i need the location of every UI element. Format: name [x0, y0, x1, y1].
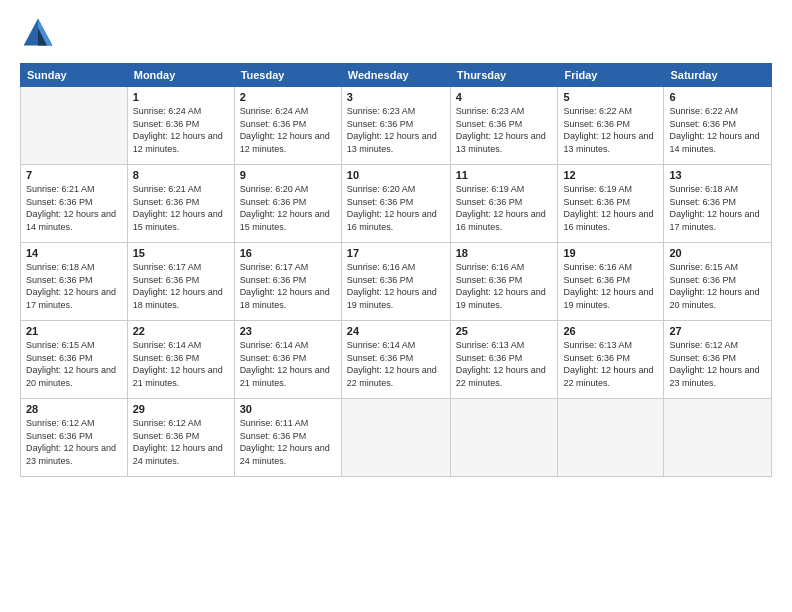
day-info: Sunrise: 6:16 AMSunset: 6:36 PMDaylight:… [347, 261, 445, 311]
day-number: 9 [240, 169, 336, 181]
day-number: 12 [563, 169, 658, 181]
day-number: 6 [669, 91, 766, 103]
logo-icon [20, 15, 56, 51]
day-info: Sunrise: 6:20 AMSunset: 6:36 PMDaylight:… [347, 183, 445, 233]
calendar-cell: 30Sunrise: 6:11 AMSunset: 6:36 PMDayligh… [234, 399, 341, 477]
day-info: Sunrise: 6:23 AMSunset: 6:36 PMDaylight:… [456, 105, 553, 155]
calendar-header-wednesday: Wednesday [341, 64, 450, 87]
day-info: Sunrise: 6:17 AMSunset: 6:36 PMDaylight:… [240, 261, 336, 311]
day-info: Sunrise: 6:22 AMSunset: 6:36 PMDaylight:… [669, 105, 766, 155]
calendar-header-tuesday: Tuesday [234, 64, 341, 87]
day-info: Sunrise: 6:19 AMSunset: 6:36 PMDaylight:… [563, 183, 658, 233]
day-number: 17 [347, 247, 445, 259]
day-info: Sunrise: 6:20 AMSunset: 6:36 PMDaylight:… [240, 183, 336, 233]
calendar-header-friday: Friday [558, 64, 664, 87]
day-number: 20 [669, 247, 766, 259]
calendar-cell: 10Sunrise: 6:20 AMSunset: 6:36 PMDayligh… [341, 165, 450, 243]
day-info: Sunrise: 6:11 AMSunset: 6:36 PMDaylight:… [240, 417, 336, 467]
calendar-week-row: 28Sunrise: 6:12 AMSunset: 6:36 PMDayligh… [21, 399, 772, 477]
calendar-cell [450, 399, 558, 477]
day-number: 29 [133, 403, 229, 415]
calendar-cell: 7Sunrise: 6:21 AMSunset: 6:36 PMDaylight… [21, 165, 128, 243]
calendar-cell: 6Sunrise: 6:22 AMSunset: 6:36 PMDaylight… [664, 87, 772, 165]
day-number: 15 [133, 247, 229, 259]
day-number: 5 [563, 91, 658, 103]
calendar-cell: 17Sunrise: 6:16 AMSunset: 6:36 PMDayligh… [341, 243, 450, 321]
calendar-cell: 15Sunrise: 6:17 AMSunset: 6:36 PMDayligh… [127, 243, 234, 321]
calendar-cell: 24Sunrise: 6:14 AMSunset: 6:36 PMDayligh… [341, 321, 450, 399]
day-info: Sunrise: 6:15 AMSunset: 6:36 PMDaylight:… [26, 339, 122, 389]
day-info: Sunrise: 6:14 AMSunset: 6:36 PMDaylight:… [347, 339, 445, 389]
day-info: Sunrise: 6:24 AMSunset: 6:36 PMDaylight:… [240, 105, 336, 155]
calendar-header-saturday: Saturday [664, 64, 772, 87]
calendar-header-monday: Monday [127, 64, 234, 87]
day-number: 23 [240, 325, 336, 337]
calendar-cell [558, 399, 664, 477]
calendar-cell: 29Sunrise: 6:12 AMSunset: 6:36 PMDayligh… [127, 399, 234, 477]
day-number: 14 [26, 247, 122, 259]
calendar-cell: 20Sunrise: 6:15 AMSunset: 6:36 PMDayligh… [664, 243, 772, 321]
day-number: 1 [133, 91, 229, 103]
day-info: Sunrise: 6:14 AMSunset: 6:36 PMDaylight:… [133, 339, 229, 389]
calendar-cell: 9Sunrise: 6:20 AMSunset: 6:36 PMDaylight… [234, 165, 341, 243]
day-info: Sunrise: 6:16 AMSunset: 6:36 PMDaylight:… [563, 261, 658, 311]
day-number: 26 [563, 325, 658, 337]
day-info: Sunrise: 6:17 AMSunset: 6:36 PMDaylight:… [133, 261, 229, 311]
day-info: Sunrise: 6:15 AMSunset: 6:36 PMDaylight:… [669, 261, 766, 311]
calendar-week-row: 1Sunrise: 6:24 AMSunset: 6:36 PMDaylight… [21, 87, 772, 165]
calendar-cell: 12Sunrise: 6:19 AMSunset: 6:36 PMDayligh… [558, 165, 664, 243]
day-info: Sunrise: 6:12 AMSunset: 6:36 PMDaylight:… [26, 417, 122, 467]
calendar-cell: 22Sunrise: 6:14 AMSunset: 6:36 PMDayligh… [127, 321, 234, 399]
calendar-cell: 25Sunrise: 6:13 AMSunset: 6:36 PMDayligh… [450, 321, 558, 399]
day-number: 11 [456, 169, 553, 181]
calendar-cell: 14Sunrise: 6:18 AMSunset: 6:36 PMDayligh… [21, 243, 128, 321]
day-number: 10 [347, 169, 445, 181]
day-number: 28 [26, 403, 122, 415]
day-info: Sunrise: 6:23 AMSunset: 6:36 PMDaylight:… [347, 105, 445, 155]
calendar-cell: 27Sunrise: 6:12 AMSunset: 6:36 PMDayligh… [664, 321, 772, 399]
day-number: 7 [26, 169, 122, 181]
calendar-cell: 28Sunrise: 6:12 AMSunset: 6:36 PMDayligh… [21, 399, 128, 477]
day-info: Sunrise: 6:16 AMSunset: 6:36 PMDaylight:… [456, 261, 553, 311]
day-info: Sunrise: 6:14 AMSunset: 6:36 PMDaylight:… [240, 339, 336, 389]
calendar-cell: 5Sunrise: 6:22 AMSunset: 6:36 PMDaylight… [558, 87, 664, 165]
day-number: 22 [133, 325, 229, 337]
calendar-header-thursday: Thursday [450, 64, 558, 87]
calendar-cell: 26Sunrise: 6:13 AMSunset: 6:36 PMDayligh… [558, 321, 664, 399]
calendar-cell: 4Sunrise: 6:23 AMSunset: 6:36 PMDaylight… [450, 87, 558, 165]
calendar-header-sunday: Sunday [21, 64, 128, 87]
day-info: Sunrise: 6:24 AMSunset: 6:36 PMDaylight:… [133, 105, 229, 155]
calendar-cell: 23Sunrise: 6:14 AMSunset: 6:36 PMDayligh… [234, 321, 341, 399]
calendar-cell: 18Sunrise: 6:16 AMSunset: 6:36 PMDayligh… [450, 243, 558, 321]
calendar-cell: 1Sunrise: 6:24 AMSunset: 6:36 PMDaylight… [127, 87, 234, 165]
logo [20, 15, 60, 51]
header [20, 15, 772, 51]
day-number: 4 [456, 91, 553, 103]
page: SundayMondayTuesdayWednesdayThursdayFrid… [0, 0, 792, 612]
calendar-cell: 19Sunrise: 6:16 AMSunset: 6:36 PMDayligh… [558, 243, 664, 321]
day-number: 30 [240, 403, 336, 415]
day-info: Sunrise: 6:12 AMSunset: 6:36 PMDaylight:… [133, 417, 229, 467]
day-number: 21 [26, 325, 122, 337]
calendar-cell [341, 399, 450, 477]
day-number: 13 [669, 169, 766, 181]
calendar: SundayMondayTuesdayWednesdayThursdayFrid… [20, 63, 772, 477]
calendar-cell: 2Sunrise: 6:24 AMSunset: 6:36 PMDaylight… [234, 87, 341, 165]
day-number: 16 [240, 247, 336, 259]
day-number: 18 [456, 247, 553, 259]
day-number: 27 [669, 325, 766, 337]
calendar-cell: 16Sunrise: 6:17 AMSunset: 6:36 PMDayligh… [234, 243, 341, 321]
calendar-cell [664, 399, 772, 477]
calendar-cell [21, 87, 128, 165]
day-info: Sunrise: 6:22 AMSunset: 6:36 PMDaylight:… [563, 105, 658, 155]
calendar-cell: 3Sunrise: 6:23 AMSunset: 6:36 PMDaylight… [341, 87, 450, 165]
day-number: 19 [563, 247, 658, 259]
day-number: 3 [347, 91, 445, 103]
day-number: 2 [240, 91, 336, 103]
calendar-cell: 21Sunrise: 6:15 AMSunset: 6:36 PMDayligh… [21, 321, 128, 399]
day-info: Sunrise: 6:19 AMSunset: 6:36 PMDaylight:… [456, 183, 553, 233]
calendar-week-row: 21Sunrise: 6:15 AMSunset: 6:36 PMDayligh… [21, 321, 772, 399]
calendar-cell: 8Sunrise: 6:21 AMSunset: 6:36 PMDaylight… [127, 165, 234, 243]
calendar-header-row: SundayMondayTuesdayWednesdayThursdayFrid… [21, 64, 772, 87]
day-info: Sunrise: 6:18 AMSunset: 6:36 PMDaylight:… [26, 261, 122, 311]
